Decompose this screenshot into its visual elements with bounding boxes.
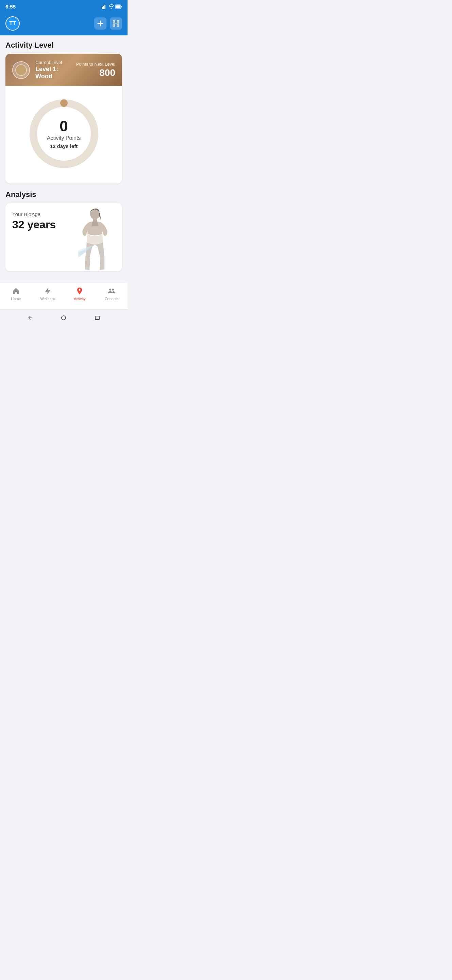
nav-item-wellness[interactable]: Wellness — [32, 285, 64, 302]
status-bar: 6:55 — [0, 0, 127, 13]
connect-icon — [107, 286, 116, 295]
main-content: Activity Level Current Level Level 1: Wo… — [0, 35, 127, 282]
points-info: Points to Next Level 800 — [76, 62, 115, 78]
activity-icon — [75, 286, 84, 295]
gauge-container: 0 Activity Points 12 days left — [5, 86, 122, 183]
recents-button[interactable] — [92, 313, 102, 323]
points-to-next-level-value: 800 — [76, 67, 115, 78]
scan-button[interactable] — [110, 18, 122, 30]
current-level-value: Level 1: Wood — [35, 66, 70, 80]
app-header: TT — [0, 13, 127, 35]
svg-rect-5 — [121, 6, 122, 8]
scan-icon — [112, 20, 120, 27]
nav-item-activity[interactable]: Activity — [64, 285, 96, 302]
avatar[interactable]: TT — [5, 16, 20, 30]
level-info: Current Level Level 1: Wood — [35, 60, 70, 80]
nav-item-connect[interactable]: Connect — [95, 285, 127, 302]
status-icons — [102, 5, 122, 9]
svg-rect-0 — [102, 7, 103, 9]
nav-label-wellness: Wellness — [40, 297, 55, 301]
analysis-card: Your BioAge 32 years — [5, 203, 122, 271]
add-icon — [97, 20, 104, 27]
nav-label-activity: Activity — [74, 297, 86, 301]
days-left: 12 days left — [47, 143, 81, 149]
system-nav-bar — [0, 309, 127, 326]
bioage-content: Your BioAge 32 years — [5, 203, 122, 239]
activity-level-title: Activity Level — [5, 41, 122, 50]
current-level-label: Current Level — [35, 60, 70, 65]
activity-points-value: 0 — [47, 119, 81, 134]
gauge-center: 0 Activity Points 12 days left — [47, 119, 81, 149]
svg-rect-4 — [116, 5, 120, 8]
svg-rect-6 — [113, 21, 115, 22]
wellness-icon — [44, 286, 52, 295]
level-icon — [12, 61, 30, 79]
home-system-button[interactable] — [59, 313, 69, 323]
svg-rect-7 — [117, 21, 119, 22]
home-icon — [11, 286, 21, 295]
analysis-title: Analysis — [5, 190, 122, 199]
gauge-wrapper: 0 Activity Points 12 days left — [27, 96, 102, 171]
battery-icon — [115, 5, 122, 9]
analysis-section: Analysis Your BioAge 32 years — [5, 190, 122, 271]
svg-rect-9 — [117, 25, 119, 27]
nav-label-connect: Connect — [105, 297, 119, 301]
level-card: Current Level Level 1: Wood Points to Ne… — [5, 54, 122, 183]
level-icon-inner — [15, 64, 27, 76]
signal-icon — [102, 5, 107, 9]
level-header: Current Level Level 1: Wood Points to Ne… — [5, 54, 122, 86]
svg-rect-8 — [113, 25, 115, 27]
bottom-nav: Home Wellness Activity Connect — [0, 282, 127, 309]
header-actions — [94, 18, 122, 30]
nav-item-home[interactable]: Home — [0, 285, 32, 302]
back-button[interactable] — [25, 313, 35, 323]
points-to-next-level-label: Points to Next Level — [76, 62, 115, 67]
bioage-label: Your BioAge — [12, 211, 115, 217]
status-time: 6:55 — [5, 4, 16, 10]
add-button[interactable] — [94, 18, 106, 30]
nav-label-home: Home — [11, 297, 21, 301]
activity-points-label: Activity Points — [47, 135, 81, 141]
svg-rect-1 — [103, 6, 104, 9]
bioage-value: 32 years — [12, 218, 115, 231]
svg-rect-2 — [105, 5, 105, 9]
wifi-icon — [108, 5, 114, 9]
